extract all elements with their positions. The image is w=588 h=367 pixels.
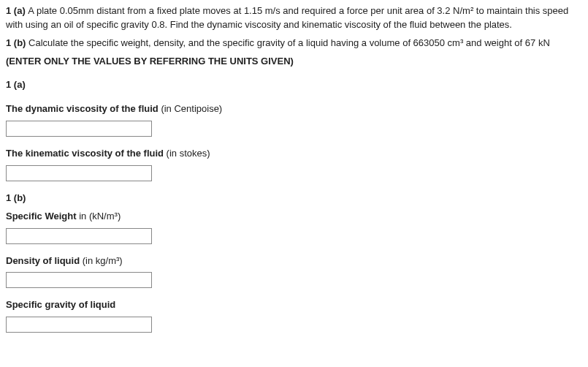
kinematic-viscosity-input[interactable] bbox=[6, 165, 152, 181]
problem-1b-text: Calculate the specific weight, density, … bbox=[28, 37, 550, 48]
dynamic-viscosity-input[interactable] bbox=[6, 121, 152, 137]
density-input[interactable] bbox=[6, 272, 152, 288]
problem-1b-prefix: 1 (b) bbox=[6, 37, 28, 48]
problem-1a-statement: 1 (a) A plate 0.05mm distant from a fixe… bbox=[6, 4, 582, 32]
dynamic-viscosity-label: The dynamic viscosity of the fluid (in C… bbox=[6, 102, 582, 116]
specific-gravity-input[interactable] bbox=[6, 317, 152, 333]
section-1b-heading: 1 (b) bbox=[6, 192, 582, 205]
density-label: Density of liquid (in kg/m³) bbox=[6, 254, 582, 268]
specific-gravity-label: Specific gravity of liquid bbox=[6, 298, 582, 312]
specific-weight-input[interactable] bbox=[6, 228, 152, 244]
problem-1b-statement: 1 (b) Calculate the specific weight, den… bbox=[6, 37, 582, 50]
entry-instruction: (ENTER ONLY THE VALUES BY REFERRING THE … bbox=[6, 55, 582, 69]
section-1a-heading: 1 (a) bbox=[6, 78, 582, 92]
problem-1a-prefix: 1 (a) bbox=[6, 5, 28, 16]
kinematic-viscosity-label: The kinematic viscosity of the fluid (in… bbox=[6, 147, 582, 161]
problem-1a-text: A plate 0.05mm distant from a fixed plat… bbox=[6, 5, 568, 30]
specific-weight-label: Specific Weight in (kN/m³) bbox=[6, 210, 582, 224]
